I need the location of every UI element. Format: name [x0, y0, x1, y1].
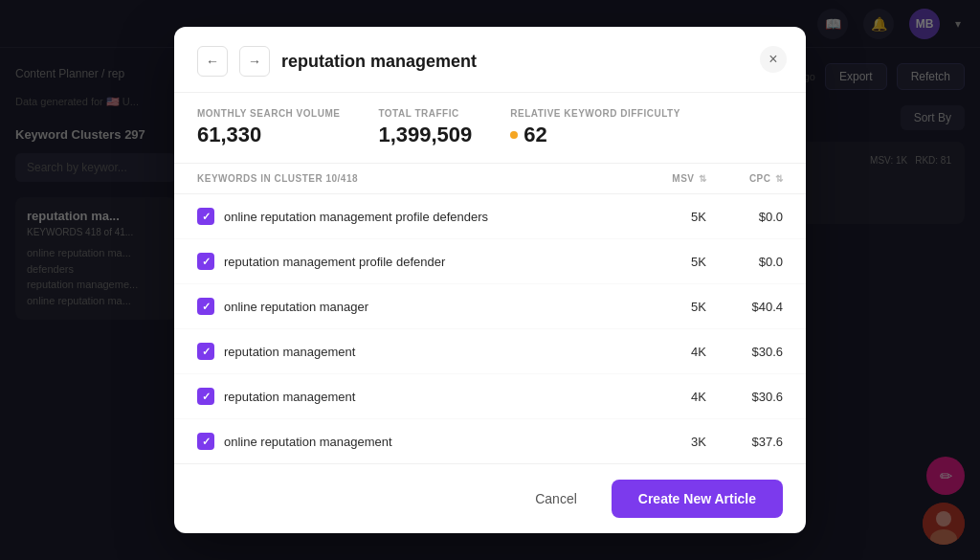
check-icon: ✓ — [202, 436, 211, 448]
keyword-cell: ✓ reputation management — [197, 343, 630, 360]
modal-footer: Cancel Create New Article — [174, 463, 806, 533]
keywords-table: KEYWORDS IN CLUSTER 10/418 MSV ⇅ CPC ⇅ ✓… — [174, 164, 806, 463]
cancel-button[interactable]: Cancel — [512, 482, 600, 516]
table-row[interactable]: ✓ reputation management profile defender… — [174, 239, 806, 284]
cpc-value: $30.6 — [706, 345, 783, 359]
difficulty-dot — [510, 131, 518, 139]
check-icon: ✓ — [202, 301, 211, 313]
stat-monthly-value: 61,330 — [197, 123, 340, 147]
stat-monthly-search: MONTHLY SEARCH VOLUME 61,330 — [197, 108, 340, 147]
keyword-text: online reputation management profile def… — [224, 210, 488, 224]
modal-header: ← → reputation management × — [174, 27, 806, 93]
col-cpc-label: CPC ⇅ — [706, 173, 783, 184]
table-row[interactable]: ✓ reputation management 4K $30.6 — [174, 374, 806, 419]
modal-title: reputation management — [281, 52, 783, 72]
table-row[interactable]: ✓ online reputation management 3K $37.6 — [174, 419, 806, 463]
cpc-sort-icon: ⇅ — [775, 173, 784, 184]
cpc-value: $0.0 — [706, 255, 783, 269]
cpc-value: $40.4 — [706, 300, 783, 314]
checkbox[interactable]: ✓ — [197, 208, 214, 225]
msv-sort-icon: ⇅ — [699, 173, 707, 184]
checkbox[interactable]: ✓ — [197, 253, 214, 270]
checkbox[interactable]: ✓ — [197, 433, 214, 450]
modal-stats: MONTHLY SEARCH VOLUME 61,330 TOTAL TRAFF… — [174, 93, 806, 164]
stat-monthly-label: MONTHLY SEARCH VOLUME — [197, 108, 340, 119]
keyword-text: reputation management profile defender — [224, 255, 445, 269]
msv-value: 3K — [630, 435, 706, 449]
create-article-button[interactable]: Create New Article — [612, 480, 783, 518]
table-row[interactable]: ✓ reputation management 4K $30.6 — [174, 329, 806, 374]
keyword-text: reputation management — [224, 345, 355, 359]
modal-overlay: ← → reputation management × MONTHLY SEAR… — [0, 0, 980, 560]
stat-difficulty-label: RELATIVE KEYWORD DIFFICULTY — [510, 108, 680, 119]
close-button[interactable]: × — [760, 46, 787, 73]
cpc-value: $37.6 — [706, 435, 783, 449]
table-row[interactable]: ✓ online reputation management profile d… — [174, 194, 806, 239]
col-keywords-label: KEYWORDS IN CLUSTER 10/418 — [197, 173, 630, 184]
keyword-cell: ✓ reputation management — [197, 388, 630, 405]
table-row[interactable]: ✓ online reputation manager 5K $40.4 — [174, 284, 806, 329]
cpc-value: $0.0 — [706, 210, 783, 224]
table-rows: ✓ online reputation management profile d… — [174, 194, 806, 463]
keyword-cell: ✓ online reputation management profile d… — [197, 208, 630, 225]
keyword-text: reputation management — [224, 390, 355, 404]
stat-traffic-value: 1,399,509 — [378, 123, 472, 147]
cpc-value: $30.6 — [706, 390, 783, 404]
keyword-cell: ✓ reputation management profile defender — [197, 253, 630, 270]
keyword-text: online reputation manager — [224, 300, 368, 314]
forward-button[interactable]: → — [239, 46, 270, 77]
checkbox[interactable]: ✓ — [197, 343, 214, 360]
msv-value: 5K — [630, 300, 706, 314]
stat-traffic-label: TOTAL TRAFFIC — [378, 108, 472, 119]
back-button[interactable]: ← — [197, 46, 228, 77]
check-icon: ✓ — [202, 346, 211, 358]
stat-keyword-difficulty: RELATIVE KEYWORD DIFFICULTY 62 — [510, 108, 680, 147]
checkbox[interactable]: ✓ — [197, 298, 214, 315]
col-msv-label: MSV ⇅ — [630, 173, 706, 184]
msv-value: 4K — [630, 390, 706, 404]
keyword-cell: ✓ online reputation management — [197, 433, 630, 450]
check-icon: ✓ — [202, 391, 211, 403]
stat-total-traffic: TOTAL TRAFFIC 1,399,509 — [378, 108, 472, 147]
msv-value: 5K — [630, 255, 706, 269]
msv-value: 5K — [630, 210, 706, 224]
check-icon: ✓ — [202, 256, 211, 268]
keyword-cell: ✓ online reputation manager — [197, 298, 630, 315]
check-icon: ✓ — [202, 211, 211, 223]
stat-difficulty-value: 62 — [510, 123, 680, 147]
difficulty-number: 62 — [523, 123, 546, 147]
table-header: KEYWORDS IN CLUSTER 10/418 MSV ⇅ CPC ⇅ — [174, 164, 806, 194]
msv-value: 4K — [630, 345, 706, 359]
keyword-modal: ← → reputation management × MONTHLY SEAR… — [174, 27, 806, 533]
checkbox[interactable]: ✓ — [197, 388, 214, 405]
keyword-text: online reputation management — [224, 435, 392, 449]
